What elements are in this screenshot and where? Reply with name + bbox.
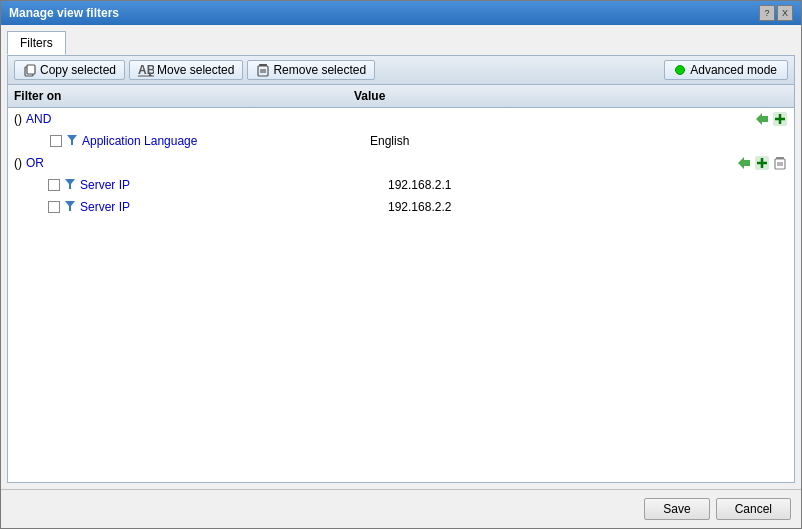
footer: Save Cancel — [1, 489, 801, 528]
server-ip-2-row: Server IP 192.168.2.2 — [8, 196, 794, 218]
app-language-left: Application Language — [30, 134, 370, 148]
svg-marker-13 — [67, 135, 77, 145]
server-ip-1-row: Server IP 192.168.2.1 — [8, 174, 794, 196]
server-ip-1-left: Server IP — [48, 178, 388, 192]
toolbar: Copy selected AB Move selected — [8, 56, 794, 85]
tab-content: Copy selected AB Move selected — [7, 55, 795, 483]
remove-selected-button[interactable]: Remove selected — [247, 60, 375, 80]
svg-rect-1 — [27, 65, 35, 74]
or-delete-icon[interactable] — [772, 155, 788, 171]
filter-table-header: Filter on Value — [8, 85, 794, 108]
dialog-title: Manage view filters — [9, 6, 119, 20]
svg-marker-24 — [65, 201, 75, 211]
svg-marker-23 — [65, 179, 75, 189]
app-language-checkbox[interactable] — [50, 135, 62, 147]
move-selected-button[interactable]: AB Move selected — [129, 60, 243, 80]
move-icon: AB — [138, 63, 154, 77]
server-ip-1-filter-icon — [64, 178, 76, 192]
or-group-row: () OR — [8, 152, 794, 174]
svg-marker-14 — [738, 157, 750, 169]
value-header: Value — [354, 89, 788, 103]
tabs-bar: Filters — [7, 31, 795, 55]
filter-table: Filter on Value () AND — [8, 85, 794, 482]
title-bar: Manage view filters ? X — [1, 1, 801, 25]
advanced-mode-indicator — [675, 65, 685, 75]
server-ip-2-left: Server IP — [48, 200, 388, 214]
server-ip-2-field-link[interactable]: Server IP — [80, 200, 130, 214]
and-group-label-area: () AND — [14, 112, 354, 126]
server-ip-1-field-link[interactable]: Server IP — [80, 178, 130, 192]
remove-icon — [256, 63, 270, 77]
svg-text:AB: AB — [138, 63, 154, 77]
or-add-icon[interactable] — [754, 155, 770, 171]
advanced-mode-button[interactable]: Advanced mode — [664, 60, 788, 80]
dialog-body: Filters Copy selected AB — [1, 25, 801, 489]
save-button[interactable]: Save — [644, 498, 709, 520]
help-button[interactable]: ? — [759, 5, 775, 21]
and-paren-open: () — [14, 112, 22, 126]
or-label[interactable]: OR — [26, 156, 44, 170]
and-add-child-icon[interactable] — [754, 111, 770, 127]
server-ip-2-value: 192.168.2.2 — [388, 200, 788, 214]
toolbar-left: Copy selected AB Move selected — [14, 60, 375, 80]
svg-marker-9 — [756, 113, 768, 125]
close-button[interactable]: X — [777, 5, 793, 21]
or-group-actions — [736, 155, 788, 171]
tab-filters[interactable]: Filters — [7, 31, 66, 55]
or-paren-open: () — [14, 156, 22, 170]
app-language-filter-icon — [66, 134, 78, 148]
server-ip-1-checkbox[interactable] — [48, 179, 60, 191]
or-group-label-area: () OR — [14, 156, 354, 170]
and-group-row: () AND — [8, 108, 794, 130]
and-add-icon[interactable] — [772, 111, 788, 127]
title-bar-buttons: ? X — [759, 5, 793, 21]
or-add-child-icon[interactable] — [736, 155, 752, 171]
server-ip-2-checkbox[interactable] — [48, 201, 60, 213]
copy-selected-button[interactable]: Copy selected — [14, 60, 125, 80]
filter-on-header: Filter on — [14, 89, 354, 103]
manage-view-filters-dialog: Manage view filters ? X Filters Co — [0, 0, 802, 529]
server-ip-1-value: 192.168.2.1 — [388, 178, 788, 192]
app-language-field-link[interactable]: Application Language — [82, 134, 197, 148]
app-language-row: Application Language English — [24, 130, 794, 152]
cancel-button[interactable]: Cancel — [716, 498, 791, 520]
and-label[interactable]: AND — [26, 112, 51, 126]
server-ip-2-filter-icon — [64, 200, 76, 214]
and-group-actions — [754, 111, 788, 127]
copy-icon — [23, 63, 37, 77]
app-language-value: English — [370, 134, 788, 148]
